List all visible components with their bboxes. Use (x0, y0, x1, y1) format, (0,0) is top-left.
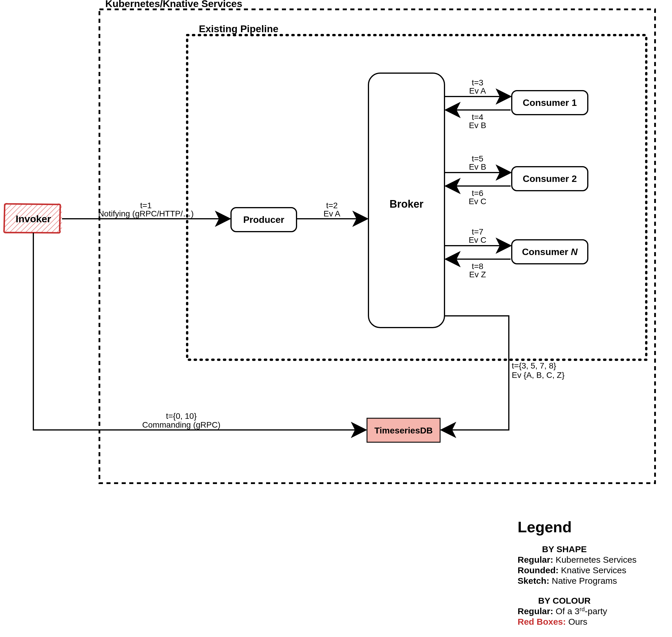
legend-regular-colour-val-pre: Of a 3 (553, 606, 580, 616)
legend-red-key: Red Boxes: (517, 617, 566, 626)
consumerN-label-prefix: Consumer (522, 247, 571, 257)
consumer2-label: Consumer 2 (523, 174, 577, 184)
edge-broker-c2-back-top: t=6 (472, 189, 484, 198)
edge-broker-cN-fwd-top: t=7 (472, 227, 484, 236)
edge-broker-c1-fwd-bottom: Ev A (469, 86, 486, 95)
legend-title: Legend (517, 518, 572, 535)
edge-broker-cN-fwd-bottom: Ev C (469, 235, 487, 244)
legend-sketch-key: Sketch: (517, 576, 549, 585)
edge-broker-tsdb-top: t={3, 5, 7, 8} (512, 361, 556, 370)
edge-invoker-tsdb-bottom: Commanding (gRPC) (142, 420, 220, 429)
legend-sketch-val: Native Programs (549, 576, 617, 585)
broker-node: Broker (368, 73, 444, 328)
legend-regular-shape-key: Regular: (517, 555, 553, 564)
svg-text:Regular: Of a 3rd-party: Regular: Of a 3rd-party (517, 606, 607, 616)
edge-broker-c2-fwd-top: t=5 (472, 154, 484, 163)
edge-producer-broker-bottom: Ev A (323, 209, 340, 218)
legend-regular-colour-key: Regular: (517, 606, 553, 616)
consumerN-label-n: N (571, 247, 578, 257)
edge-invoker-producer-top: t=1 (140, 201, 152, 210)
timeseriesdb-label: TimeseriesDB (374, 425, 433, 435)
legend-by-shape-title: BY SHAPE (542, 544, 587, 554)
architecture-diagram: Kubernetes/Knative Services Existing Pip… (0, 0, 672, 637)
edge-broker-c2-fwd-bottom: Ev B (469, 162, 486, 171)
consumer2-node: Consumer 2 (512, 167, 588, 191)
svg-text:Consumer N: Consumer N (522, 247, 578, 257)
legend-rounded-key: Rounded: (517, 565, 559, 575)
edge-broker-cN-back-top: t=8 (472, 262, 484, 271)
legend-regular-shape-val: Kubernetes Services (553, 555, 637, 564)
legend-rounded-val: Knative Services (559, 565, 626, 575)
svg-text:Red Boxes: Ours: Red Boxes: Ours (517, 617, 587, 626)
broker-label: Broker (389, 198, 423, 210)
legend-regular-colour-val-sup: rd (580, 606, 585, 613)
edge-broker-tsdb (441, 316, 509, 430)
edge-invoker-tsdb-top: t={0, 10} (166, 412, 197, 421)
edge-broker-c1-fwd-top: t=3 (472, 78, 484, 87)
legend-red-val: Ours (566, 617, 587, 626)
edge-broker-cN-back-bottom: Ev Z (469, 270, 486, 279)
consumer1-node: Consumer 1 (512, 91, 588, 115)
pipeline-container-title: Existing Pipeline (199, 23, 278, 34)
edge-broker-c1-back-bottom: Ev B (469, 121, 486, 130)
edge-invoker-producer-bottom: Notifying (gRPC/HTTP/…) (98, 209, 194, 218)
legend: Legend BY SHAPE Regular: Kubernetes Serv… (517, 518, 637, 626)
legend-regular-colour-val-post: -party (585, 606, 607, 616)
svg-text:Rounded: Knative Services: Rounded: Knative Services (517, 565, 626, 575)
kubernetes-container-title: Kubernetes/Knative Services (105, 0, 242, 9)
producer-label: Producer (243, 214, 284, 225)
edge-broker-tsdb-bottom: Ev {A, B, C, Z} (512, 370, 565, 380)
svg-text:Regular: Kubernetes Services: Regular: Kubernetes Services (517, 555, 637, 564)
invoker-node: Invoker (4, 204, 62, 233)
svg-text:Sketch: Native Programs: Sketch: Native Programs (517, 576, 617, 585)
edge-broker-c2-back-bottom: Ev C (469, 197, 487, 206)
legend-by-colour-title: BY COLOUR (538, 596, 591, 605)
edge-broker-c1-back-top: t=4 (472, 113, 484, 122)
edge-producer-broker-top: t=2 (326, 201, 338, 210)
consumerN-node: Consumer N (512, 240, 588, 264)
timeseriesdb-node: TimeseriesDB (367, 418, 440, 442)
edge-invoker-tsdb (33, 233, 366, 430)
consumer1-label: Consumer 1 (523, 97, 577, 108)
producer-node: Producer (231, 208, 296, 232)
invoker-label: Invoker (16, 213, 51, 224)
